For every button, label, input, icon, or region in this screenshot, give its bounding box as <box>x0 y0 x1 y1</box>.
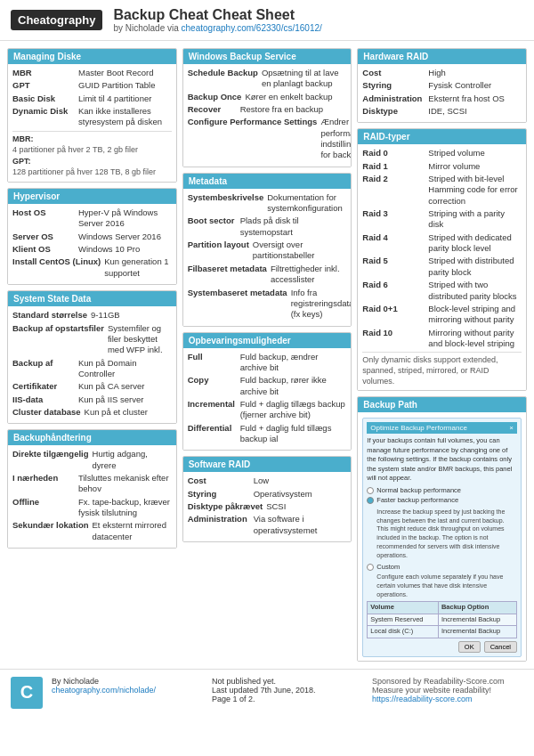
table-row: Cost High <box>362 68 522 78</box>
windows-backup-header: Windows Backup Service <box>183 49 352 64</box>
mbr-note: 4 partitioner på hver 2 TB, 2 gb filer <box>12 145 172 156</box>
section-windows-backup: Windows Backup Service Schedule Backup O… <box>182 48 352 167</box>
dialog-description: If your backups contain full volumes, yo… <box>367 436 517 484</box>
table-row: Systembaseret metadata Info fra registre… <box>188 288 347 321</box>
table-row: Recover Restore fra en backup <box>188 104 347 115</box>
section-backup-handling: Backuphåndtering Direkte tilgængelig Hur… <box>7 429 177 549</box>
section-software-raid: Software RAID Cost Low Styring Operativs… <box>182 456 352 542</box>
table-row: Cluster database Kun på et cluster <box>12 407 172 418</box>
windows-backup-body: Schedule Backup Opsætning til at lave en… <box>183 64 352 167</box>
section-managing-disks: Managing Diske MBR Master Boot Record GP… <box>7 48 177 183</box>
software-raid-body: Cost Low Styring Operativsystem Disktype… <box>183 472 352 541</box>
logo: Cheatography <box>11 10 102 30</box>
table-row: Styring Operativsystem <box>188 489 347 500</box>
col-backup-option: Backup Option <box>438 602 516 614</box>
table-row: Backup af opstartsfiler Systemfiler og f… <box>12 323 172 356</box>
gpt-note: 128 partitioner på hver 128 TB, 8 gb fil… <box>12 167 172 178</box>
close-icon[interactable]: × <box>509 424 514 432</box>
table-row: Filbaseret metadata Filtrettigheder inkl… <box>188 264 347 286</box>
table-row: Backup Once Kører en enkelt backup <box>188 92 347 102</box>
page: Cheatography Backup Cheat Cheat Sheet by… <box>0 0 534 756</box>
hypervisor-header: Hypervisor <box>8 189 176 204</box>
backup-handling-header: Backuphåndtering <box>8 430 176 445</box>
gpt-note-label: GPT: <box>12 157 172 166</box>
raid-note: Only dynamic disks support extended, spa… <box>362 355 522 386</box>
table-row: Backup af Kun på Domain Controller <box>12 358 172 380</box>
option-custom[interactable]: Custom <box>367 563 517 573</box>
footer-author-col: By Nicholade cheatography.com/nicholade/ <box>52 677 203 695</box>
footer-logo: C <box>11 677 43 709</box>
section-opbevaring: Opbevaringsmuligheder Full Fuld backup, … <box>182 332 352 451</box>
system-state-body: Standard størrelse 9-11GB Backup af opst… <box>8 306 176 423</box>
table-row: Server OS Windows Server 2016 <box>12 232 172 242</box>
table-row: Disktype påkrævet SCSI <box>188 501 347 512</box>
footer-sponsor-link[interactable]: https://readability-score.com <box>372 695 473 703</box>
header-text: Backup Cheat Cheat Sheet by Nicholade vi… <box>113 7 321 33</box>
backup-table: Volume Backup Option System Reserved Inc… <box>367 601 517 638</box>
section-hypervisor: Hypervisor Host OS Hyper-V på Windows Se… <box>7 188 177 285</box>
backup-handling-body: Direkte tilgængelig Hurtig adgang, dyrer… <box>8 445 176 548</box>
table-row: Raid 1 Mirror volume <box>362 161 522 172</box>
raid-typer-header: RAID-typer <box>358 129 526 144</box>
opbevaring-header: Opbevaringsmuligheder <box>183 333 352 348</box>
footer: C By Nicholade cheatography.com/nicholad… <box>0 669 534 716</box>
option-fast[interactable]: Faster backup performance <box>367 496 517 506</box>
backup-path-body: Optimize Backup Performance × If your ba… <box>358 412 526 661</box>
table-row: Direkte tilgængelig Hurtig adgang, dyrer… <box>12 449 172 471</box>
footer-author: By Nicholade <box>52 677 203 686</box>
hardware-raid-body: Cost High Styring Fysisk Controller Admi… <box>358 64 526 122</box>
table-row: Basic Disk Limit til 4 partitioner <box>12 93 172 104</box>
table-row: Host OS Hyper-V på Windows Server 2016 <box>12 207 172 230</box>
footer-info-col: Not published yet. Last updated 7th June… <box>212 677 363 703</box>
option-normal[interactable]: Normal backup performance <box>367 486 517 496</box>
dialog-title-bar: Optimize Backup Performance × <box>367 422 517 434</box>
fast-desc: Increase the backup speed by just backin… <box>376 508 517 560</box>
footer-author-link[interactable]: cheatography.com/nicholade/ <box>52 686 156 695</box>
header: Cheatography Backup Cheat Cheat Sheet by… <box>0 0 534 41</box>
table-row: Configure Performance Settings Ændrer pe… <box>188 117 347 160</box>
section-system-state: System State Data Standard størrelse 9-1… <box>7 290 177 424</box>
hardware-raid-header: Hardware RAID <box>358 49 526 64</box>
table-row: Disktype IDE, SCSI <box>362 106 522 117</box>
table-row: System Reserved Incremental Backup <box>368 614 517 626</box>
system-state-header: System State Data <box>8 291 176 306</box>
footer-not-published: Not published yet. <box>212 677 363 686</box>
radio-custom[interactable] <box>367 564 374 571</box>
cancel-button[interactable]: Cancel <box>484 641 517 653</box>
radio-fast[interactable] <box>367 497 374 504</box>
table-row: Local disk (C:) Incremental Backup <box>368 626 517 638</box>
table-row: Boot sector Plads på disk til systemopst… <box>188 215 347 238</box>
metadata-body: Systembeskrivelse Dokumentation for syst… <box>183 189 352 326</box>
header-link[interactable]: cheatography.com/62330/cs/16012/ <box>182 23 322 33</box>
column-1: Managing Diske MBR Master Boot Record GP… <box>7 48 180 549</box>
col-volume: Volume <box>368 602 439 614</box>
table-row: Administration Via software i operativsy… <box>188 514 347 536</box>
table-row: Sekundær lokation Et eksternt mirrored d… <box>12 520 172 542</box>
dialog-content: If your backups contain full volumes, yo… <box>367 436 517 653</box>
table-row: Styring Fysisk Controller <box>362 80 522 91</box>
table-row: Full Fuld backup, ændrer archive bit <box>188 352 347 374</box>
backup-path-dialog: Optimize Backup Performance × If your ba… <box>362 418 522 657</box>
table-row: Standard størrelse 9-11GB <box>12 310 172 321</box>
table-row: IIS-data Kun på IIS server <box>12 394 172 405</box>
table-row: Raid 0 Striped volume <box>362 148 522 159</box>
table-row: Raid 5 Striped with distributed parity b… <box>362 256 522 278</box>
footer-sponsor-desc: Measure your website readability! <box>372 686 523 695</box>
table-row: Raid 0+1 Block-level striping and mirror… <box>362 304 522 326</box>
dialog-buttons: OK Cancel <box>367 641 517 653</box>
table-row: Dynamic Disk Kan ikke installeres styres… <box>12 106 172 128</box>
custom-desc: Configure each volume separately if you … <box>376 573 517 598</box>
table-row: Partition layout Oversigt over partition… <box>188 240 347 262</box>
ok-button[interactable]: OK <box>458 641 481 653</box>
footer-sponsor-text: Sponsored by Readability-Score.com <box>372 677 523 686</box>
table-row: Raid 6 Striped with two distributed pari… <box>362 280 522 302</box>
table-row: Raid 2 Striped with bit-level Hamming co… <box>362 174 522 207</box>
dialog-title: Optimize Backup Performance <box>370 424 467 432</box>
radio-normal[interactable] <box>367 487 374 494</box>
table-row: GPT GUID Partition Table <box>12 80 172 91</box>
managing-disks-header: Managing Diske <box>8 49 176 64</box>
section-raid-typer: RAID-typer Raid 0 Striped volume Raid 1 … <box>357 128 527 391</box>
table-row: Administration Eksternt fra host OS <box>362 93 522 104</box>
table-row: Differential Fuld + daglig fuld tillægs … <box>188 423 347 445</box>
table-row: Install CentOS (Linux) Kun generation 1 … <box>12 256 172 279</box>
